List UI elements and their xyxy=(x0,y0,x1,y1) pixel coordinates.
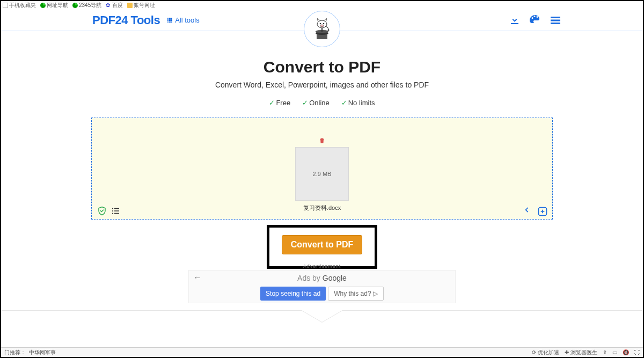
status-recommend-link[interactable]: 中华网军事 xyxy=(29,349,56,356)
file-dropzone[interactable]: 2.9 MB 复习资料.docx xyxy=(91,118,553,220)
add-file-icon[interactable] xyxy=(537,206,547,216)
file-name: 复习资料.docx xyxy=(295,204,349,212)
svg-rect-11 xyxy=(114,210,119,211)
feature-badges: ✓Free ✓Online ✓No limits xyxy=(1,99,643,107)
svg-point-8 xyxy=(112,208,113,209)
palette-icon[interactable] xyxy=(528,13,542,27)
chevron-left-icon[interactable] xyxy=(522,206,532,216)
svg-point-10 xyxy=(112,210,113,211)
menu-icon[interactable] xyxy=(548,13,562,27)
main-content: Convert to PDF Convert Word, Excel, Powe… xyxy=(1,31,643,303)
ad-container: ← Ads by Google Stop seeing this ad Why … xyxy=(188,270,456,303)
bookmark-nav2[interactable]: 2345导航 xyxy=(72,2,101,9)
svg-point-7 xyxy=(328,30,330,31)
ad-back-icon[interactable]: ← xyxy=(193,273,202,282)
shield-icon[interactable] xyxy=(97,206,107,216)
section-divider xyxy=(2,310,642,323)
all-tools-label: All tools xyxy=(175,16,200,24)
svg-point-2 xyxy=(323,23,325,25)
stop-ad-button[interactable]: Stop seeing this ad xyxy=(260,287,326,301)
bookmark-favorites[interactable]: 手机收藏夹 xyxy=(3,2,36,9)
status-recommend-label: 门推荐： xyxy=(4,349,26,356)
why-ad-button[interactable]: Why this ad? ▷ xyxy=(328,287,384,301)
bookmark-baidu[interactable]: ✿百度 xyxy=(106,2,123,9)
ads-by-label: Ads by Google xyxy=(189,274,455,282)
bookmarks-bar: 手机收藏夹 网址导航 2345导航 ✿百度 账号网址 xyxy=(1,1,643,10)
svg-rect-9 xyxy=(114,208,119,209)
page-title: Convert to PDF xyxy=(1,58,643,76)
browser-status-bar: 门推荐： 中华网军事 ⟳ 优化加速 ✚ 浏览器医生 ⇪ ▭ 🔇 ⛶ xyxy=(1,347,643,357)
file-thumbnail[interactable]: 2.9 MB xyxy=(295,147,349,201)
doctor-icon[interactable]: ✚ 浏览器医生 xyxy=(565,349,597,356)
speedup-icon[interactable]: ⟳ 优化加速 xyxy=(532,349,559,356)
trash-icon[interactable] xyxy=(319,137,325,145)
grid-icon xyxy=(167,18,172,23)
download-icon[interactable] xyxy=(508,13,522,27)
svg-rect-13 xyxy=(114,213,119,214)
all-tools-link[interactable]: All tools xyxy=(167,16,200,24)
mascot-logo xyxy=(304,11,340,47)
convert-button[interactable]: Convert to PDF xyxy=(282,235,362,254)
brand-logo-text[interactable]: PDF24 Tools xyxy=(92,13,160,27)
bookmark-nav1[interactable]: 网址导航 xyxy=(40,2,68,9)
list-icon[interactable] xyxy=(111,206,121,216)
bookmark-accounts[interactable]: 账号网址 xyxy=(127,2,155,9)
mute-icon[interactable]: 🔇 xyxy=(623,349,629,355)
expand-icon[interactable]: ⛶ xyxy=(634,349,640,355)
share-icon[interactable]: ⇪ xyxy=(603,349,607,355)
svg-point-1 xyxy=(320,23,321,25)
svg-point-12 xyxy=(112,213,113,214)
svg-point-3 xyxy=(320,25,324,27)
uploaded-file-card: 2.9 MB 复习资料.docx xyxy=(295,136,349,212)
screenshot-icon[interactable]: ▭ xyxy=(612,349,617,355)
page-subtitle: Convert Word, Excel, Powerpoint, images … xyxy=(1,81,643,89)
advertisement-label: Advertisement xyxy=(1,264,643,269)
convert-highlight-box: Convert to PDF xyxy=(267,225,377,269)
